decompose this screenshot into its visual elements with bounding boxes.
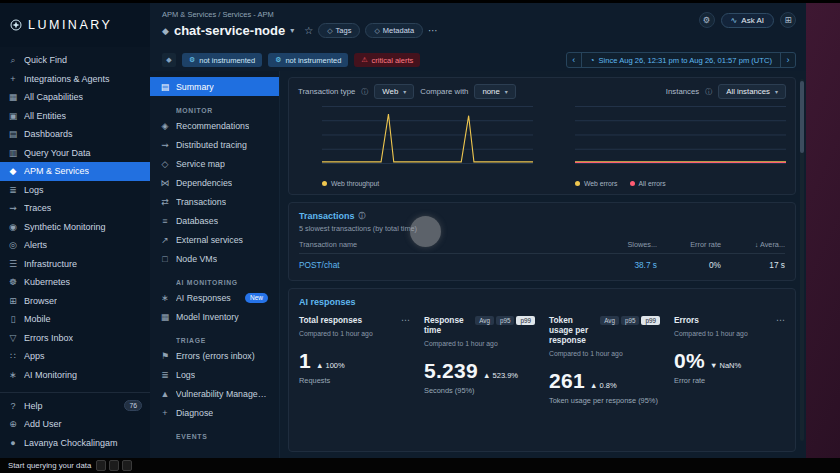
subnav-item[interactable]: ∗ AI Responses New <box>150 288 279 307</box>
subnav-item[interactable]: ▦ Model Inventory <box>150 307 279 326</box>
adduser-icon: ⊕ <box>8 419 18 429</box>
legend-item[interactable]: Web errors <box>575 180 618 187</box>
more-button[interactable]: ⋯ <box>428 25 438 36</box>
subnav-item[interactable]: ↗ External services <box>150 230 279 249</box>
info-icon[interactable]: ⓘ <box>361 87 368 97</box>
error-rate-series[interactable] <box>575 106 786 163</box>
sidebar-item[interactable]: ⌕ Quick Find <box>0 51 150 70</box>
subnav-item[interactable]: + Diagnose <box>150 403 279 422</box>
instances-select[interactable]: All instances ▾ <box>718 84 786 99</box>
p99-toggle[interactable]: p99 <box>516 316 535 325</box>
sidebar-item-label: Dashboards <box>24 129 73 139</box>
throughput-series[interactable] <box>322 106 533 163</box>
dependencies-icon: ⋈ <box>160 178 170 188</box>
legend-item[interactable]: All errors <box>630 180 666 187</box>
sidebar-footer-item[interactable]: ? Help 76 <box>0 397 150 416</box>
p95-toggle[interactable]: p95 <box>496 316 515 325</box>
column-header[interactable]: Error rate <box>657 240 721 249</box>
sidebar-item[interactable]: ◎ Alerts <box>0 236 150 255</box>
transaction-type-select[interactable]: Web ▾ <box>374 84 414 99</box>
apps-grid-icon[interactable]: ⊞ <box>780 12 796 28</box>
column-header[interactable]: Transaction name <box>299 240 593 249</box>
avg-toggle[interactable]: Avg <box>475 316 494 325</box>
p95-toggle[interactable]: p95 <box>621 316 640 325</box>
subnav-item[interactable]: ◇ Service map <box>150 154 279 173</box>
gear-icon[interactable]: ⚙ <box>699 12 715 28</box>
subnav-item[interactable]: ⇝ Distributed tracing <box>150 135 279 154</box>
tags-button[interactable]: ◇ Tags <box>318 23 360 38</box>
metadata-button[interactable]: ◇ Metadata <box>365 23 423 38</box>
charts-row: Web throughput <box>298 106 786 188</box>
time-picker[interactable]: ‹ ◔ Since Aug 26, 12:31 pm to Aug 26, 01… <box>566 52 796 68</box>
status-chip-critical-alerts[interactable]: ⚠ critical alerts <box>354 53 420 67</box>
sidebar-item[interactable]: ∗ AI Monitoring <box>0 366 150 385</box>
sidebar-item[interactable]: ▽ Errors Inbox <box>0 329 150 348</box>
time-forward-button[interactable]: › <box>781 53 795 67</box>
sidebar-item-label: Kubernetes <box>24 277 70 287</box>
info-icon[interactable]: ⓘ <box>359 211 366 221</box>
ask-ai-button[interactable]: ∿ Ask AI <box>721 13 774 28</box>
subnav-item-label: Databases <box>176 216 218 226</box>
info-icon[interactable]: ⓘ <box>705 87 712 97</box>
sidebar-item[interactable]: ▦ All Capabilities <box>0 88 150 107</box>
ai-responses-card: AI responses Total responses ⋯ Compared … <box>288 288 796 452</box>
scrollbar-thumb[interactable] <box>800 81 804 153</box>
sidebar-item[interactable]: ▥ Query Your Data <box>0 144 150 163</box>
ai-responses-title[interactable]: AI responses <box>299 297 785 307</box>
sidebar-item[interactable]: ⊞ Browser <box>0 292 150 311</box>
p99-toggle[interactable]: p99 <box>641 316 660 325</box>
sidebar-item[interactable]: ☰ Infrastructure <box>0 255 150 274</box>
model-icon: ▦ <box>160 312 170 322</box>
time-back-button[interactable]: ‹ <box>567 53 581 67</box>
stat-value: 1 <box>299 349 311 373</box>
sidebar-footer-item[interactable]: ● Lavanya Chockalingam <box>0 434 150 453</box>
transaction-name-link[interactable]: POST/chat <box>299 260 593 270</box>
sidebar-footer-item[interactable]: ⊕ Add User <box>0 415 150 434</box>
sidebar-item-label: Query Your Data <box>24 148 91 158</box>
subnav-item[interactable]: ▲ Vulnerability Managem... <box>150 384 279 403</box>
stat-title: Response time <box>424 316 471 336</box>
subnav-item[interactable]: ⋈ Dependencies <box>150 173 279 192</box>
transactions-title-text[interactable]: Transactions <box>299 211 355 221</box>
sidebar-item[interactable]: ▤ Dashboards <box>0 125 150 144</box>
column-header[interactable]: ↓ Avera... <box>721 240 785 249</box>
time-range[interactable]: ◔ Since Aug 26, 12:31 pm to Aug 26, 01:5… <box>581 53 781 67</box>
subnav-item[interactable]: ≡ Databases <box>150 211 279 230</box>
title-dropdown-caret[interactable]: ▾ <box>290 26 294 35</box>
nodevm-icon: □ <box>160 254 170 264</box>
compare-with-select[interactable]: none ▾ <box>474 84 515 99</box>
status-chip-not-instrumented-1[interactable]: ⚙ not instrumented <box>182 53 262 67</box>
table-row[interactable]: POST/chat 38.7 s 0% 17 s <box>299 254 785 274</box>
percentile-toggle: Avg p95 p99 <box>600 316 660 325</box>
sidebar-item[interactable]: ▣ All Entities <box>0 107 150 126</box>
ask-ai-icon: ∿ <box>731 16 738 25</box>
sidebar-item[interactable]: ⇝ Traces <box>0 199 150 218</box>
subnav-item[interactable]: □ Node VMs <box>150 249 279 268</box>
subnav-item: TRIAGE <box>150 335 279 346</box>
x-axis <box>575 164 786 175</box>
subnav-item[interactable]: ≣ Logs <box>150 365 279 384</box>
legend-item[interactable]: Web throughput <box>322 180 379 187</box>
sidebar-item[interactable]: ☸ Kubernetes <box>0 273 150 292</box>
logo[interactable]: LUMINARY <box>0 3 150 47</box>
column-header[interactable]: Slowes... <box>593 240 657 249</box>
sidebar-item[interactable]: ≣ Logs <box>0 181 150 200</box>
ask-ai-label: Ask AI <box>741 16 764 25</box>
more-icon[interactable]: ⋯ <box>401 316 410 324</box>
more-icon[interactable]: ⋯ <box>776 316 785 324</box>
subnav-item[interactable]: ◈ Recommendations <box>150 116 279 135</box>
avg-toggle[interactable]: Avg <box>600 316 619 325</box>
chip-label: critical alerts <box>372 56 414 65</box>
chip-label: not instrumented <box>199 56 255 65</box>
sidebar-item[interactable]: + Integrations & Agents <box>0 70 150 89</box>
sidebar-item[interactable]: ◉ Synthetic Monitoring <box>0 218 150 237</box>
subnav-item[interactable]: ⚑ Errors (errors inbox) <box>150 346 279 365</box>
servicemap-icon: ◇ <box>160 159 170 169</box>
favorite-star-icon[interactable]: ☆ <box>304 25 313 36</box>
sidebar-item[interactable]: ◆ APM & Services <box>0 162 150 181</box>
status-chip-not-instrumented-2[interactable]: ⚙ not instrumented <box>268 53 348 67</box>
sidebar-item[interactable]: ▯ Mobile <box>0 310 150 329</box>
subnav-item[interactable]: ▤ Summary <box>150 77 279 96</box>
subnav-item[interactable]: ⇄ Transactions <box>150 192 279 211</box>
sidebar-item[interactable]: ∷ Apps <box>0 347 150 366</box>
